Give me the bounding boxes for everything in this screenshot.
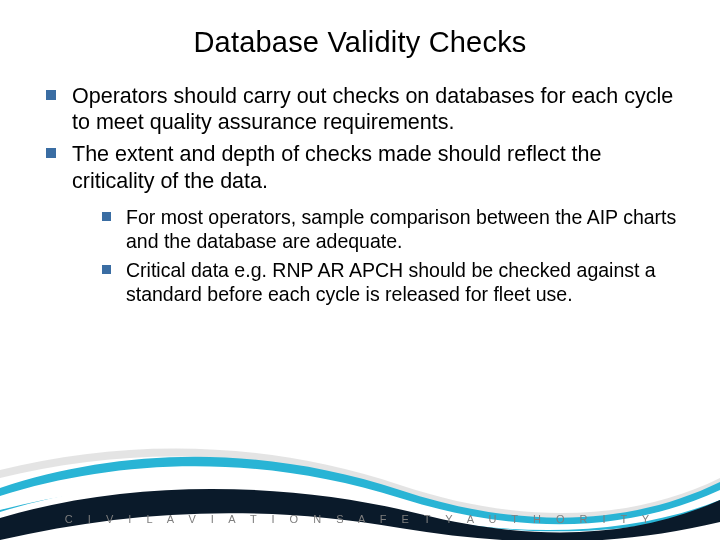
sub-bullet-list: For most operators, sample comparison be… xyxy=(102,206,680,307)
bullet-list: Operators should carry out checks on dat… xyxy=(46,83,680,307)
footer-org-text: C I V I L A V I A T I O N S A F E T Y A … xyxy=(0,513,720,525)
swoosh-icon xyxy=(0,430,720,540)
list-item: The extent and depth of checks made shou… xyxy=(46,141,680,307)
list-item: Operators should carry out checks on dat… xyxy=(46,83,680,135)
bullet-text: Operators should carry out checks on dat… xyxy=(72,84,673,134)
list-item: Critical data e.g. RNP AR APCH should be… xyxy=(102,259,680,307)
footer: C I V I L A V I A T I O N S A F E T Y A … xyxy=(0,430,720,540)
list-item: For most operators, sample comparison be… xyxy=(102,206,680,254)
sub-bullet-text: Critical data e.g. RNP AR APCH should be… xyxy=(126,259,656,305)
slide: Database Validity Checks Operators shoul… xyxy=(0,0,720,540)
page-title: Database Validity Checks xyxy=(40,26,680,59)
sub-bullet-text: For most operators, sample comparison be… xyxy=(126,206,676,252)
bullet-text: The extent and depth of checks made shou… xyxy=(72,142,601,192)
